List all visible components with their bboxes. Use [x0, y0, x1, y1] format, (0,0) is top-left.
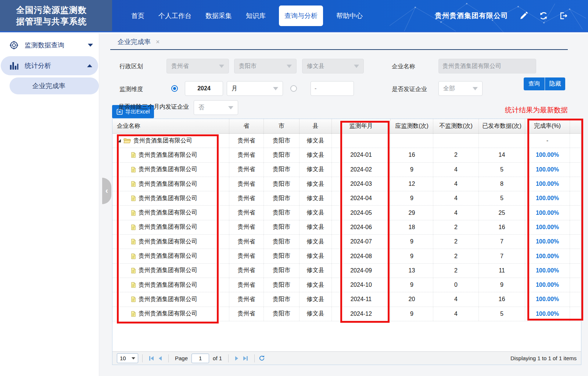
cell-rate: 100.00%: [525, 249, 570, 263]
table-row[interactable]: 贵州贵酒集团有限公司贵州省贵阳市修文县2024-10909100.00%: [112, 278, 581, 292]
column-header-2[interactable]: 市: [264, 119, 300, 133]
company-name-text: 贵州贵酒集团有限公司: [139, 166, 197, 173]
city-select[interactable]: 贵阳市: [234, 59, 297, 73]
bar-chart-icon: [9, 61, 19, 70]
nav-item-2[interactable]: 数据采集: [205, 8, 233, 24]
nav-item-1[interactable]: 个人工作台: [158, 8, 192, 24]
data-grid: 企业名称省市县监测年月应监测数(次)不监测数(次)已发布数据(次)完成率(%) …: [112, 119, 581, 365]
table-row[interactable]: 贵州贵酒集团有限公司贵州省贵阳市修文县2024-0618216100.00%: [112, 220, 581, 235]
column-header-1[interactable]: 省: [229, 119, 264, 133]
cell-name: 贵州贵酒集团有限公司: [112, 249, 229, 263]
refresh-icon[interactable]: [539, 11, 548, 20]
column-header-filler: [570, 119, 581, 133]
column-header-5[interactable]: 应监测数(次): [391, 119, 433, 133]
sidebar-item-statistics[interactable]: 统计分析: [1, 56, 98, 75]
last-page-button[interactable]: [241, 356, 250, 361]
table-row[interactable]: 贵州贵酒集团有限公司贵州省贵阳市修文县2024-1120416100.00%: [112, 292, 581, 307]
certified-select[interactable]: 全部: [438, 81, 483, 96]
cell-required: 20: [391, 292, 433, 306]
cell-county: 修文县: [300, 264, 332, 278]
nav-item-3[interactable]: 知识库: [245, 8, 266, 24]
province-select[interactable]: 贵州省: [166, 59, 229, 73]
cell-rate: 100.00%: [525, 148, 570, 162]
page-size-select[interactable]: 10: [117, 353, 138, 363]
sidebar-subitem-completion-rate[interactable]: 企业完成率: [10, 77, 99, 94]
table-row[interactable]: 贵州贵酒集团有限公司贵州省贵阳市修文县2024-031248100.00%: [112, 177, 581, 191]
table-row[interactable]: 贵州贵酒集团有限公司贵州省贵阳市修文县2024-12945100.00%: [112, 307, 581, 321]
nav-item-5[interactable]: 帮助中心: [336, 8, 363, 24]
tab-close-icon[interactable]: ×: [156, 39, 160, 45]
cell-name: 贵州贵酒集团有限公司: [112, 235, 229, 249]
document-icon: [131, 296, 136, 302]
grid-body: 贵州贵酒集团有限公司贵州省贵阳市修文县-贵州贵酒集团有限公司贵州省贵阳市修文县2…: [112, 134, 581, 321]
cell-published: 5: [479, 307, 525, 321]
prev-page-button[interactable]: [156, 356, 164, 361]
table-row[interactable]: 贵州贵酒集团有限公司贵州省贵阳市修文县2024-0529425100.00%: [112, 206, 581, 220]
year-input[interactable]: [185, 81, 223, 96]
query-button[interactable]: 查询: [524, 77, 545, 90]
app-header: 全国污染源监测数 据管理与共享系统 首页个人工作台数据采集知识库查询与分析帮助中…: [0, 0, 588, 32]
cell-rate: 100.00%: [525, 278, 570, 292]
tab-completion-rate[interactable]: 企业完成率 ×: [118, 37, 160, 46]
cell-county: 修文县: [300, 177, 332, 191]
cell-name: 贵州贵酒集团有限公司: [112, 264, 229, 278]
column-header-3[interactable]: 县: [300, 119, 332, 133]
tree-expand-icon[interactable]: [118, 139, 121, 142]
company-name-text: 贵州贵酒集团有限公司: [139, 209, 197, 217]
cell-required: 9: [391, 163, 433, 177]
document-icon: [131, 253, 136, 259]
cell-not_monitored: 4: [433, 292, 479, 306]
company-name-text: 贵州贵酒集团有限公司: [139, 296, 197, 303]
first-page-button[interactable]: [147, 356, 156, 361]
nav-item-0[interactable]: 首页: [130, 8, 145, 24]
document-icon: [131, 311, 136, 317]
page-number-input[interactable]: [191, 354, 209, 363]
column-header-6[interactable]: 不监测数(次): [433, 119, 479, 133]
cell-county: 修文县: [300, 148, 332, 162]
cell-province: 贵州省: [229, 134, 264, 148]
company-name-text: 贵州贵酒集团有限公司: [139, 267, 197, 274]
table-row[interactable]: 贵州贵酒集团有限公司贵州省贵阳市修文县2024-0116214100.00%: [112, 148, 581, 162]
company-input[interactable]: [438, 59, 536, 73]
column-header-4[interactable]: 监测年月: [332, 119, 391, 133]
cell-city: 贵阳市: [264, 148, 300, 162]
table-row[interactable]: 贵州贵酒集团有限公司贵州省贵阳市修文县2024-0913211100.00%: [112, 264, 581, 278]
cell-month: 2024-06: [332, 220, 391, 234]
column-header-8[interactable]: 完成率(%): [525, 119, 570, 133]
table-row[interactable]: 贵州贵酒集团有限公司贵州省贵阳市修文县2024-08927100.00%: [112, 249, 581, 263]
logout-icon[interactable]: [559, 11, 568, 20]
column-header-0[interactable]: 企业名称: [112, 119, 229, 133]
edit-pencil-icon[interactable]: [519, 11, 528, 20]
table-row[interactable]: 贵州贵酒集团有限公司贵州省贵阳市修文县2024-04945100.00%: [112, 191, 581, 206]
exclude-select[interactable]: 否: [194, 100, 238, 115]
app-title-line2: 据管理与共享系统: [16, 16, 112, 27]
cell-required: 13: [391, 264, 433, 278]
pagination-bar: 10 Page of 1 Displaying 1 to 1 of 1 item…: [112, 351, 581, 365]
cell-name: 贵州贵酒集团有限公司: [112, 163, 229, 177]
unit-select[interactable]: 月: [227, 81, 283, 96]
column-header-7[interactable]: 已发布数据(次): [479, 119, 525, 133]
reload-grid-icon[interactable]: [259, 355, 265, 361]
table-row[interactable]: 贵州贵酒集团有限公司贵州省贵阳市修文县2024-07927100.00%: [112, 235, 581, 249]
hide-button[interactable]: 隐藏: [545, 77, 565, 90]
next-page-button[interactable]: [233, 356, 241, 361]
cell-rate: 100.00%: [525, 206, 570, 220]
sidebar-collapse-handle[interactable]: ‹: [102, 178, 111, 204]
cell-month: 2024-09: [332, 264, 391, 278]
county-select[interactable]: 修文县: [302, 59, 364, 73]
cell-city: 贵阳市: [264, 235, 300, 249]
month-dimension-radio[interactable]: [171, 85, 178, 92]
range-dimension-radio[interactable]: [290, 85, 297, 92]
cell-required: 16: [391, 148, 433, 162]
company-label: 企业名称: [392, 63, 415, 70]
range-input[interactable]: [311, 81, 354, 96]
cell-name: 贵州贵酒集团有限公司: [112, 148, 229, 162]
table-row-parent[interactable]: 贵州贵酒集团有限公司贵州省贵阳市修文县-: [112, 134, 581, 148]
sidebar-item-monitor-data-query[interactable]: 监测数据查询: [0, 36, 99, 55]
nav-item-4[interactable]: 查询与分析: [279, 6, 323, 26]
table-row[interactable]: 贵州贵酒集团有限公司贵州省贵阳市修文县2024-02945100.00%: [112, 163, 581, 177]
cell-not_monitored: 4: [433, 163, 479, 177]
cell-required: 9: [391, 307, 433, 321]
cell-province: 贵州省: [229, 264, 264, 278]
cell-published: 7: [479, 249, 525, 263]
